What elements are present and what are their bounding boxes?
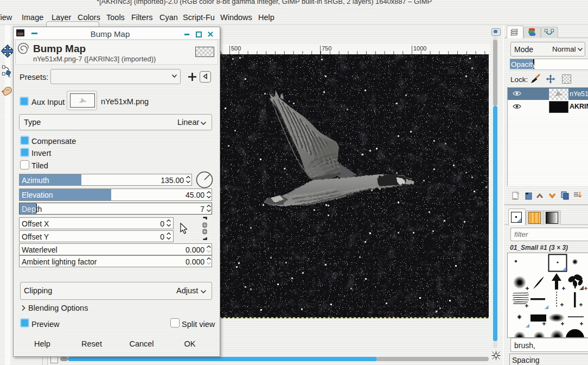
svg-text:500: 500 bbox=[231, 45, 241, 52]
svg-text:750: 750 bbox=[322, 45, 331, 52]
svg-text:1000: 1000 bbox=[413, 45, 426, 52]
